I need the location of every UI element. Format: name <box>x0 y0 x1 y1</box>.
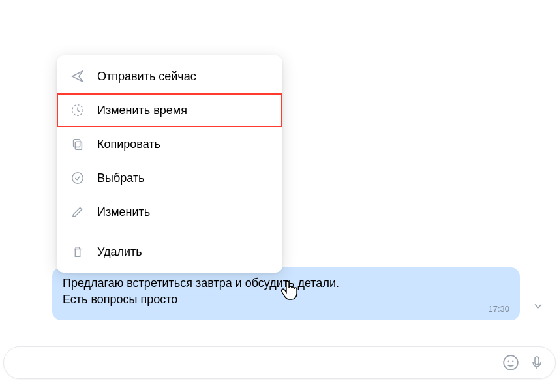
check-circle-icon <box>70 170 85 186</box>
menu-item-edit[interactable]: Изменить <box>57 195 282 229</box>
svg-rect-2 <box>74 140 80 147</box>
menu-item-label: Копировать <box>97 138 160 151</box>
microphone-icon[interactable] <box>528 354 546 372</box>
svg-rect-1 <box>75 142 82 149</box>
svg-rect-7 <box>535 357 539 365</box>
menu-item-copy[interactable]: Копировать <box>57 127 282 161</box>
scheduled-message-bubble[interactable]: Предлагаю встретиться завтра и обсудить … <box>52 267 520 320</box>
svg-point-6 <box>513 361 513 361</box>
menu-item-label: Отправить сейчас <box>97 70 196 83</box>
message-input[interactable] <box>13 357 494 369</box>
svg-point-5 <box>508 361 509 361</box>
menu-item-change-time[interactable]: Изменить время <box>57 93 282 127</box>
svg-point-4 <box>504 355 518 370</box>
clock-icon <box>70 102 85 118</box>
message-time: 17:30 <box>488 304 509 314</box>
menu-item-label: Удалить <box>97 245 142 259</box>
message-text: Предлагаю встретиться завтра и обсудить … <box>63 275 509 308</box>
menu-item-select[interactable]: Выбрать <box>57 161 282 195</box>
menu-item-label: Выбрать <box>97 172 145 185</box>
menu-item-label: Изменить <box>97 205 150 219</box>
emoji-icon[interactable] <box>502 354 520 372</box>
menu-item-send-now[interactable]: Отправить сейчас <box>57 59 282 93</box>
copy-icon <box>70 136 85 152</box>
menu-item-delete[interactable]: Удалить <box>57 235 282 269</box>
menu-item-label: Изменить время <box>97 104 187 117</box>
pencil-icon <box>70 204 85 220</box>
menu-divider <box>57 232 282 232</box>
context-menu: Отправить сейчас Изменить время Копирова… <box>57 55 282 273</box>
message-input-bar <box>3 346 556 379</box>
svg-point-3 <box>72 173 83 184</box>
send-icon <box>70 68 85 84</box>
trash-icon <box>70 244 85 260</box>
chevron-down-icon <box>532 299 545 315</box>
